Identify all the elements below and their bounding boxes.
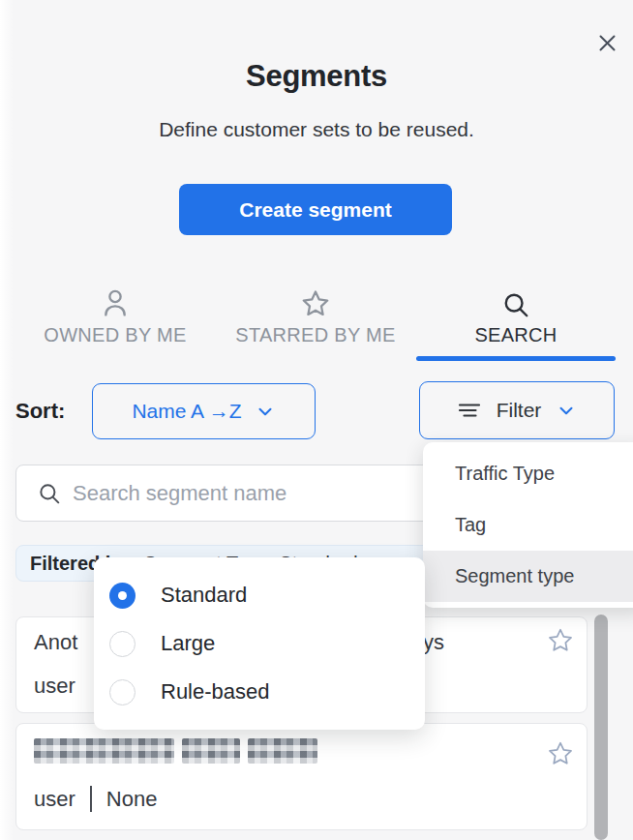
- radio-icon[interactable]: [109, 679, 136, 705]
- filter-menu-item-tag[interactable]: Tag: [423, 499, 633, 551]
- filter-lines-icon: [457, 399, 482, 422]
- tab-search[interactable]: SEARCH: [416, 285, 616, 361]
- tab-starred-by-me[interactable]: STARRED BY ME: [215, 285, 416, 361]
- filter-menu: Traffic Type Tag Segment type: [423, 442, 633, 608]
- filter-menu-item-traffic-type[interactable]: Traffic Type: [423, 448, 633, 499]
- segment-title-fragment: Anot: [34, 630, 77, 655]
- segment-card[interactable]: user None: [15, 723, 588, 830]
- radio-selected-icon[interactable]: [109, 583, 136, 609]
- page-title: Segments: [0, 59, 633, 94]
- tab-label: OWNED BY ME: [44, 324, 186, 346]
- segment-name-redacted: [34, 738, 317, 764]
- segment-title-fragment: ys: [423, 630, 444, 655]
- filter-menu-item-segment-type[interactable]: Segment type: [423, 551, 633, 602]
- close-icon: [598, 34, 617, 52]
- chevron-down-icon: [556, 400, 577, 421]
- person-icon: [100, 285, 131, 319]
- option-standard[interactable]: Standard: [94, 571, 425, 619]
- option-label: Rule-based: [161, 679, 270, 705]
- radio-icon[interactable]: [109, 631, 136, 657]
- meta-divider: [90, 786, 92, 812]
- star-icon: [546, 626, 575, 655]
- tab-label: STARRED BY ME: [235, 324, 395, 346]
- option-rule-based[interactable]: Rule-based: [94, 668, 425, 716]
- page-subtitle: Define customer sets to be reused.: [0, 118, 633, 141]
- sort-value: Name A →Z: [132, 400, 241, 423]
- scrollbar-thumb[interactable]: [594, 615, 608, 840]
- search-icon: [501, 285, 530, 319]
- option-large[interactable]: Large: [94, 619, 425, 668]
- segment-meta-value: None: [106, 787, 158, 812]
- chevron-down-icon: [255, 401, 276, 422]
- segment-meta-type: user: [34, 787, 75, 812]
- tab-owned-by-me[interactable]: OWNED BY ME: [15, 285, 215, 361]
- segment-meta: user None: [34, 786, 157, 812]
- star-icon: [300, 285, 331, 319]
- close-button[interactable]: [589, 25, 624, 60]
- option-label: Large: [161, 631, 215, 656]
- star-toggle-button[interactable]: [546, 626, 575, 655]
- segment-type-popup: Standard Large Rule-based: [94, 557, 425, 730]
- sort-dropdown[interactable]: Name A →Z: [92, 383, 316, 439]
- tab-label: SEARCH: [474, 324, 557, 346]
- filter-label: Filter: [497, 399, 542, 422]
- filter-dropdown[interactable]: Filter: [419, 381, 615, 439]
- segment-meta: user: [34, 674, 75, 699]
- star-icon: [546, 739, 575, 768]
- search-icon: [37, 481, 62, 506]
- sort-label: Sort:: [15, 399, 65, 424]
- segments-panel: Segments Define customer sets to be reus…: [0, 0, 633, 840]
- option-label: Standard: [161, 583, 247, 608]
- star-toggle-button[interactable]: [546, 739, 575, 768]
- create-segment-button[interactable]: Create segment: [179, 184, 452, 235]
